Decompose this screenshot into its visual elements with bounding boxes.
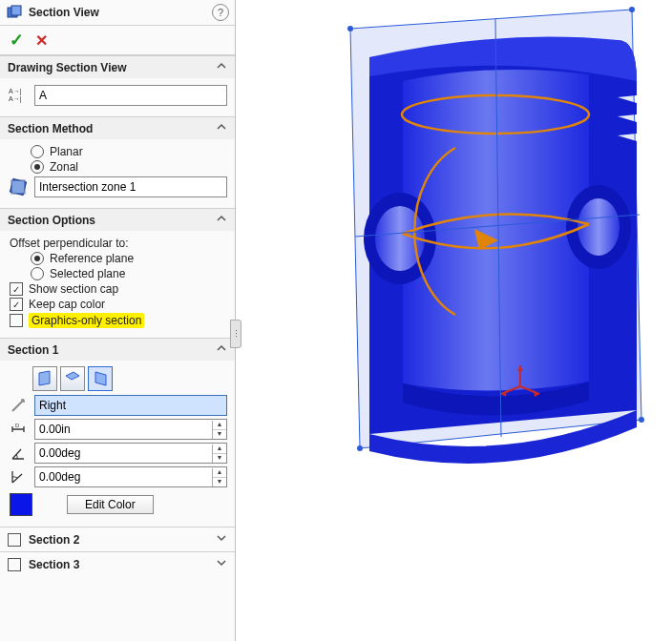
group-title-options: Section Options <box>8 214 95 227</box>
group-section1: Section 1 <box>0 338 235 527</box>
plane-buttons <box>32 366 227 391</box>
chevron-up-icon <box>216 121 227 135</box>
group-title-method: Section Method <box>8 122 93 135</box>
confirm-row: ✓ ✕ <box>0 26 235 55</box>
checkbox-keep-color[interactable]: Keep cap color <box>10 298 227 311</box>
radio-planar[interactable]: Planar <box>31 145 227 158</box>
svg-rect-5 <box>11 180 25 194</box>
graphics-viewport[interactable]: ⋮ <box>236 0 672 641</box>
checkbox-label-show-cap: Show section cap <box>29 282 118 296</box>
checkbox-show-cap[interactable]: Show section cap <box>10 282 227 296</box>
group-section3[interactable]: Section 3 <box>0 551 235 576</box>
property-panel: Section View ? ✓ ✕ Drawing Section View … <box>0 0 236 641</box>
radio-icon <box>31 145 44 158</box>
section-label-input[interactable] <box>34 85 227 106</box>
svg-text:D: D <box>15 423 20 428</box>
checkbox-icon <box>10 314 23 327</box>
plane-front-button[interactable] <box>32 366 57 391</box>
svg-marker-6 <box>39 371 50 385</box>
angle2-spinner[interactable]: ▲▼ <box>34 466 227 487</box>
chevron-up-icon <box>216 60 227 74</box>
plane-right-button[interactable] <box>88 366 113 391</box>
group-header-method[interactable]: Section Method <box>0 117 235 139</box>
checkbox-icon <box>10 298 23 311</box>
panel-title: Section View <box>29 6 212 19</box>
group-section2[interactable]: Section 2 <box>0 527 235 551</box>
svg-marker-8 <box>95 372 106 385</box>
svg-marker-7 <box>66 372 79 380</box>
spin-up-icon[interactable]: ▲ <box>213 445 226 454</box>
checkbox-label-keep-color: Keep cap color <box>29 298 105 311</box>
group-drawing-section: Drawing Section View A→|A→| <box>0 55 235 116</box>
group-header-options[interactable]: Section Options <box>0 209 235 231</box>
angle2-input[interactable] <box>35 468 212 486</box>
plane-name-input[interactable] <box>34 395 227 416</box>
radio-label-selected: Selected plane <box>50 267 125 280</box>
distance-input[interactable] <box>35 421 212 438</box>
section-view-icon <box>6 4 23 21</box>
angle2-icon <box>8 468 29 486</box>
group-title-section2: Section 2 <box>29 533 79 547</box>
radio-icon <box>31 267 44 280</box>
checkbox-graphics-only[interactable]: Graphics-only section <box>10 313 227 328</box>
radio-icon <box>31 252 44 265</box>
edit-color-button[interactable]: Edit Color <box>67 495 154 514</box>
spin-down-icon[interactable]: ▼ <box>213 430 226 439</box>
checkbox-icon[interactable] <box>8 533 21 547</box>
svg-point-27 <box>357 445 363 451</box>
app-root: Section View ? ✓ ✕ Drawing Section View … <box>0 0 672 641</box>
angle1-icon <box>8 445 29 462</box>
radio-zonal[interactable]: Zonal <box>31 160 227 174</box>
spin-down-icon[interactable]: ▼ <box>213 478 226 486</box>
distance-icon: D <box>8 421 29 438</box>
svg-point-26 <box>639 417 644 423</box>
group-title-drawing: Drawing Section View <box>8 61 126 74</box>
svg-text:A→|: A→| <box>9 95 22 103</box>
plane-ref-icon <box>8 397 29 414</box>
group-header-section1[interactable]: Section 1 <box>0 339 235 361</box>
spin-up-icon[interactable]: ▲ <box>213 468 226 478</box>
radio-reference-plane[interactable]: Reference plane <box>31 252 227 265</box>
group-section-method: Section Method Planar Zonal <box>0 116 235 208</box>
angle1-spinner[interactable]: ▲▼ <box>34 443 227 464</box>
zone-input[interactable] <box>34 176 227 197</box>
chevron-down-icon <box>216 557 227 571</box>
panel-titlebar: Section View ? <box>0 0 235 26</box>
chevron-up-icon <box>216 342 227 357</box>
distance-spinner[interactable]: ▲▼ <box>34 419 227 440</box>
angle1-input[interactable] <box>35 445 212 462</box>
svg-point-25 <box>629 7 635 12</box>
model-render <box>236 0 672 641</box>
radio-label-zonal: Zonal <box>50 160 78 174</box>
spin-down-icon[interactable]: ▼ <box>213 454 226 463</box>
checkbox-icon <box>10 282 23 296</box>
section-label-icon: A→|A→| <box>8 86 29 105</box>
offset-label: Offset perpendicular to: <box>10 237 227 250</box>
svg-point-24 <box>347 26 353 31</box>
group-header-drawing[interactable]: Drawing Section View <box>0 56 235 78</box>
svg-rect-1 <box>11 6 21 15</box>
checkbox-icon[interactable] <box>8 558 21 571</box>
chevron-down-icon <box>216 532 227 547</box>
spin-up-icon[interactable]: ▲ <box>213 421 226 430</box>
group-section-options: Section Options Offset perpendicular to:… <box>0 208 235 338</box>
plane-top-button[interactable] <box>60 366 85 391</box>
radio-label-reference: Reference plane <box>50 252 134 265</box>
checkbox-label-graphics-only: Graphics-only section <box>29 313 144 328</box>
radio-label-planar: Planar <box>50 145 83 158</box>
group-title-section1: Section 1 <box>8 343 58 357</box>
svg-text:A→|: A→| <box>9 88 22 95</box>
chevron-up-icon <box>216 213 227 227</box>
group-title-section3: Section 3 <box>29 558 79 571</box>
radio-selected-plane[interactable]: Selected plane <box>31 267 227 280</box>
color-swatch[interactable] <box>10 493 32 516</box>
zone-icon <box>8 177 29 196</box>
ok-button[interactable]: ✓ <box>10 30 24 51</box>
help-icon[interactable]: ? <box>212 4 229 21</box>
radio-icon <box>31 160 44 174</box>
cancel-button[interactable]: ✕ <box>35 31 48 50</box>
